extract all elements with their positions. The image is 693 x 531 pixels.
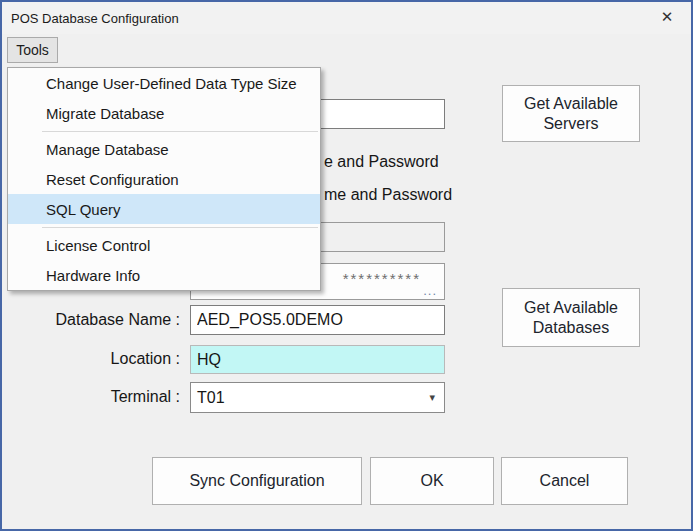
get-available-servers-button[interactable]: Get Available Servers: [502, 85, 640, 142]
pos-database-configuration-dialog: POS Database Configuration ✕ Tools Get A…: [0, 0, 693, 531]
window-title: POS Database Configuration: [11, 11, 179, 26]
location-label: Location :: [2, 350, 180, 368]
tools-menu-button[interactable]: Tools: [7, 37, 58, 63]
password-ellipsis-button[interactable]: ...: [423, 283, 437, 298]
auth-option-label-fragment-1: e and Password: [324, 153, 439, 171]
tools-dropdown-menu: Change User-Defined Data Type Size Migra…: [7, 67, 321, 291]
get-available-databases-button[interactable]: Get Available Databases: [502, 288, 640, 347]
title-bar: POS Database Configuration ✕: [2, 2, 691, 34]
sync-configuration-button[interactable]: Sync Configuration: [152, 457, 362, 505]
password-mask: **********: [343, 270, 421, 287]
menu-item-license-control[interactable]: License Control: [8, 230, 320, 260]
auth-option-label-fragment-2: me and Password: [324, 186, 452, 204]
menu-bar: Tools: [2, 34, 691, 68]
chevron-down-icon: ▾: [429, 391, 435, 404]
database-name-input[interactable]: [190, 305, 445, 335]
terminal-combobox[interactable]: T01 ▾: [190, 382, 445, 413]
cancel-button[interactable]: Cancel: [501, 457, 628, 505]
close-icon[interactable]: ✕: [645, 2, 689, 32]
menu-item-migrate-database[interactable]: Migrate Database: [8, 98, 320, 128]
menu-item-manage-database[interactable]: Manage Database: [8, 134, 320, 164]
ok-button[interactable]: OK: [370, 457, 494, 505]
database-name-label: Database Name :: [2, 311, 180, 329]
location-input[interactable]: [190, 345, 445, 374]
terminal-value: T01: [197, 389, 225, 407]
menu-item-reset-configuration[interactable]: Reset Configuration: [8, 164, 320, 194]
menu-item-hardware-info[interactable]: Hardware Info: [8, 260, 320, 290]
menu-item-change-udt-size[interactable]: Change User-Defined Data Type Size: [8, 68, 320, 98]
menu-item-sql-query[interactable]: SQL Query: [8, 194, 320, 224]
terminal-label: Terminal :: [2, 388, 180, 406]
